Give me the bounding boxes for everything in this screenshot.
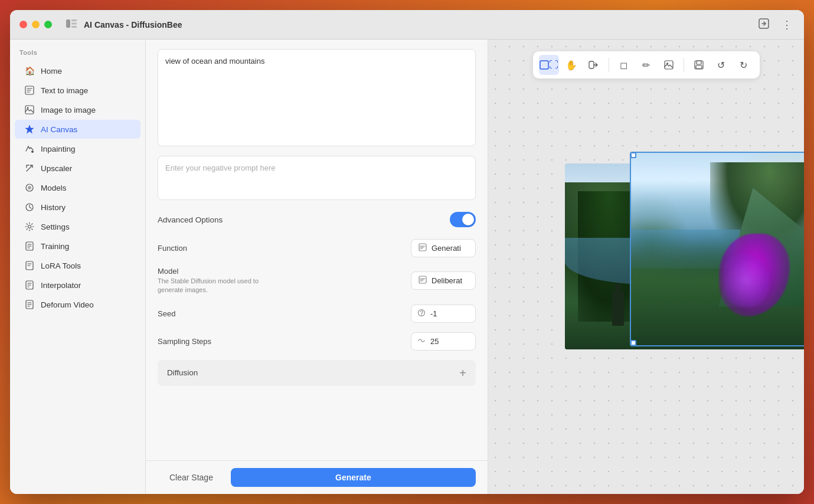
titlebar: AI Canvas - DiffusionBee ⋮ [10,10,804,40]
toolbar-save-button[interactable] [689,55,709,75]
sampling-steps-input[interactable] [430,337,466,346]
settings-panel: view of ocean and mountains Advanced Opt… [146,40,488,494]
svg-point-7 [27,107,29,109]
canvas-image-container [565,152,804,346]
toolbar-brush-button[interactable]: ✏ [636,55,656,75]
model-sublabel: The Stable Diffusion model used to gener… [158,277,276,295]
model-dropdown-icon [419,276,427,286]
tools-label: Tools [10,47,145,61]
svg-marker-8 [25,125,34,133]
minimize-button[interactable] [32,21,40,28]
sidebar-item-inpainting-label: Inpainting [41,145,76,153]
sidebar-item-history[interactable]: History [15,198,140,217]
text-to-image-icon [24,85,35,96]
inpainting-icon [24,143,35,154]
close-button[interactable] [19,21,27,28]
main-content: Tools 🏠 Home Text to image Image to imag… [10,40,804,494]
toolbar-erase-button[interactable]: ◻ [614,55,634,75]
svg-point-21 [421,315,422,316]
sidebar-item-upscaler[interactable]: Upscaler [15,159,140,178]
svg-point-13 [28,225,31,228]
negative-prompt-input[interactable] [158,156,476,200]
sidebar-item-settings-label: Settings [41,222,70,231]
settings-icon [24,221,35,232]
prompt-input[interactable]: view of ocean and mountains [158,49,476,146]
window-title: AI Canvas - DiffusionBee [84,20,182,30]
advanced-options-row: Advanced Options [158,212,476,227]
canvas-toolbar: ⛶ ✋ ◻ ✏ ↺ ↻ [533,51,760,78]
toolbar-select-button[interactable]: ⛶ [539,55,559,75]
toolbar-redo-button[interactable]: ↻ [734,55,754,75]
sidebar-toggle-button[interactable] [66,18,77,31]
model-row: Model The Stable Diffusion model used to… [158,267,476,295]
function-dropdown[interactable]: Generati [411,239,476,257]
seed-input[interactable] [430,309,466,318]
more-options-icon[interactable]: ⋮ [779,16,795,34]
sidebar-item-deforum-video[interactable]: Deforum Video [15,295,140,314]
sidebar-item-lora-tools[interactable]: LoRA Tools [15,256,140,275]
sidebar-item-home[interactable]: 🏠 Home [15,61,140,80]
sidebar-item-deforum-video-label: Deforum Video [41,300,94,309]
training-icon [24,241,35,251]
sidebar-item-history-label: History [41,203,66,212]
model-dropdown[interactable]: Deliberat [411,271,476,290]
traffic-lights [19,21,52,28]
resize-handle-topleft[interactable] [630,152,636,158]
svg-rect-27 [697,61,701,64]
home-icon: 🏠 [24,66,35,76]
seed-row: Seed [158,305,476,323]
toolbar-mask-button[interactable] [584,55,604,75]
interpolator-icon [24,280,35,290]
svg-rect-3 [71,26,77,28]
sidebar-item-text-to-image-label: Text to image [41,86,88,95]
svg-rect-1 [71,19,77,21]
sidebar-item-text-to-image[interactable]: Text to image [15,81,140,100]
sidebar-item-interpolator[interactable]: Interpolator [15,276,140,294]
sidebar-item-interpolator-label: Interpolator [41,281,81,290]
sidebar-item-training[interactable]: Training [15,237,140,256]
function-label-wrap: Function [158,244,187,253]
sidebar-item-image-to-image[interactable]: Image to image [15,100,140,119]
sidebar: Tools 🏠 Home Text to image Image to imag… [10,40,146,494]
upscaler-icon [24,163,35,174]
sidebar-item-training-label: Training [41,242,69,251]
sidebar-item-inpainting[interactable]: Inpainting [15,139,140,158]
canvas-selected-image[interactable] [630,152,804,346]
svg-rect-2 [71,23,77,25]
resize-handle-bottomleft[interactable] [630,340,636,346]
function-value: Generati [431,244,461,253]
toolbar-undo-button[interactable]: ↺ [711,55,731,75]
toolbar-image-button[interactable] [659,55,679,75]
sampling-steps-row: Sampling Steps [158,332,476,351]
seed-input-wrap [411,305,476,323]
toolbar-pan-button[interactable]: ✋ [561,55,581,75]
svg-point-11 [28,186,31,189]
generate-button[interactable]: Generate [231,468,476,487]
maximize-button[interactable] [44,21,52,28]
sidebar-item-models[interactable]: Models [15,178,140,197]
toolbar-divider-2 [684,58,684,72]
model-label-wrap: Model The Stable Diffusion model used to… [158,267,276,295]
sidebar-item-settings[interactable]: Settings [15,217,140,236]
svg-point-25 [666,63,668,64]
canvas-image-outer [565,152,804,346]
sidebar-item-upscaler-label: Upscaler [41,164,72,173]
advanced-options-toggle[interactable] [450,212,476,227]
models-icon [24,182,35,193]
seed-label: Seed [158,309,175,318]
diffusion-section[interactable]: Diffusion + [158,360,476,386]
svg-rect-24 [665,61,673,69]
panel-footer: Clear Stage Generate [146,460,488,494]
clear-stage-button[interactable]: Clear Stage [158,468,225,487]
svg-rect-0 [66,19,70,28]
image-to-image-icon [24,104,35,115]
svg-rect-28 [696,66,702,68]
sidebar-item-home-label: Home [41,67,62,76]
function-label: Function [158,244,187,253]
share-icon[interactable] [756,15,772,34]
selected-landscape [631,153,804,345]
advanced-options-label: Advanced Options [158,215,223,224]
canvas-area[interactable]: ⛶ ✋ ◻ ✏ ↺ ↻ [488,40,804,494]
sidebar-item-ai-canvas[interactable]: AI Canvas [15,120,140,139]
diffusion-expand-icon: + [459,367,466,379]
